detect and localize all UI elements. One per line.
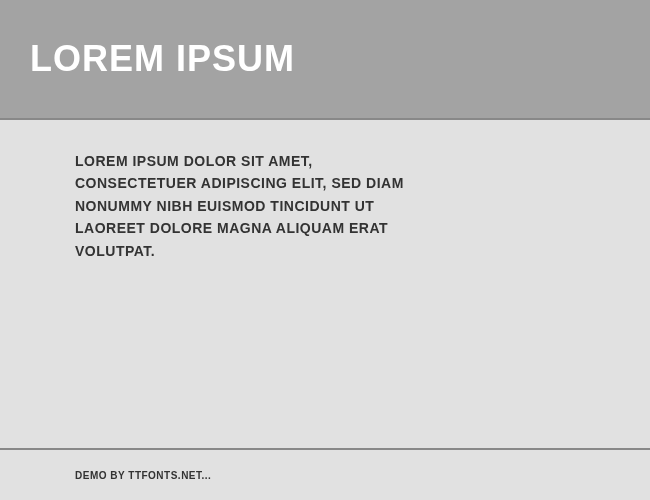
header-bar: Lorem Ipsum	[0, 0, 650, 120]
content-area: Lorem ipsum dolor sit amet, consectetuer…	[0, 120, 650, 450]
footer-area: Demo by ttfonts.net...	[0, 450, 650, 481]
body-paragraph: Lorem ipsum dolor sit amet, consectetuer…	[75, 150, 415, 262]
page-title: Lorem Ipsum	[30, 38, 295, 80]
footer-credit: Demo by ttfonts.net...	[75, 470, 650, 481]
